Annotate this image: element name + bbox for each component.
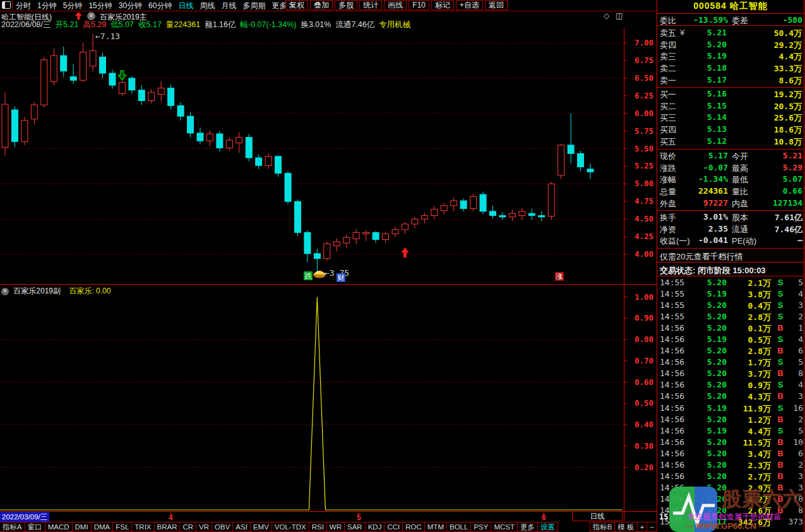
- watermark: 股票六六 专注股票创造属于您的财富 --- WWW.GP66.CN ---: [666, 485, 805, 532]
- period-tab-15分钟[interactable]: 15分钟: [88, 1, 112, 11]
- info-item: 额1.16亿: [205, 20, 236, 29]
- fundamental-stats: 换手3.01%股本7.61亿净资2.35流通7.46亿收益(一)-0.041PE…: [657, 211, 804, 247]
- toolbar-button-标记[interactable]: 标记: [431, 0, 454, 10]
- info-item: 低5.07: [110, 20, 134, 29]
- indicator-tab-CCI[interactable]: CCI: [384, 522, 403, 532]
- svg-text:4.25: 4.25: [635, 232, 653, 241]
- svg-text:7.00: 7.00: [635, 38, 653, 47]
- indicator-tab-BRAR[interactable]: BRAR: [154, 522, 181, 532]
- indicator-tab-RSI[interactable]: RSI: [309, 522, 327, 532]
- svg-text:5.00: 5.00: [635, 179, 653, 188]
- tick-row: 14:555.200.4万S3: [657, 300, 804, 311]
- indicator-tab-DMA[interactable]: DMA: [91, 522, 114, 532]
- info-item: 换3.01%: [301, 20, 331, 29]
- toolbar-button-复权[interactable]: 复权: [285, 0, 308, 10]
- indicator-tab-VR[interactable]: VR: [196, 522, 212, 532]
- trading-terminal: 4.004.254.504.755.005.255.505.756.006.25…: [0, 0, 805, 532]
- indicator-tab-VOL-TDX[interactable]: VOL-TDX: [271, 522, 309, 532]
- tick-row: 14:565.204.3万B3: [657, 391, 804, 402]
- stock-code-name[interactable]: 000584 哈工智能: [657, 1, 804, 12]
- period-tab-周线[interactable]: 周线: [200, 1, 215, 11]
- period-tab-60分钟[interactable]: 60分钟: [148, 1, 172, 11]
- toolbar-button-画线[interactable]: 画线: [384, 0, 407, 10]
- month-tick-label: 4: [169, 513, 173, 522]
- chart-badge-涨: 涨: [555, 272, 564, 281]
- toolbar-button-统计[interactable]: 统计: [359, 0, 382, 10]
- panel-toggle-icon[interactable]: [2, 1, 11, 9]
- indicator-tab-KDJ[interactable]: KDJ: [365, 522, 385, 532]
- indicator-tab-模 板[interactable]: 模 板: [614, 522, 637, 532]
- period-indicator-box[interactable]: 日线: [572, 511, 623, 521]
- chart-badge-财: 财: [337, 273, 345, 282]
- svg-text:0.90: 0.90: [635, 313, 653, 322]
- stat-row: 收益(一)-0.041PE(动)—: [657, 235, 804, 247]
- watermark-url: --- WWW.GP66.CN ---: [686, 521, 767, 531]
- ohlc-infobar: 2022/06/08/三开5.21高5.29低5.07收5.17量224361额…: [1, 20, 655, 28]
- toolbar-button-F10[interactable]: F10: [408, 0, 429, 10]
- buy-level-row: 买一5.1619.2万: [657, 88, 804, 100]
- tick-row: 14:565.201.2万B2: [657, 414, 804, 425]
- tick-row: 14:555.193.8万S4: [657, 288, 804, 300]
- sub-indicator-value: 百家乐: 0.00: [69, 287, 110, 295]
- indicator-tab-−[interactable]: −: [647, 522, 657, 532]
- chart-badge-跌: 跌: [304, 271, 313, 280]
- collapse-icon[interactable]: ∨: [1, 288, 9, 295]
- sub-indicator-name: 百家乐2019副: [13, 287, 61, 295]
- info-item: 高5.29: [83, 20, 106, 29]
- period-tab-多周期[interactable]: 多周期: [242, 1, 265, 11]
- split-window-icon[interactable]: ◫: [616, 11, 623, 20]
- indicator-tab-+[interactable]: +: [637, 522, 648, 532]
- svg-text:0.60: 0.60: [635, 377, 653, 387]
- indicator-tab-MACD[interactable]: MACD: [45, 522, 73, 532]
- indicator-tab-TRIX[interactable]: TRIX: [131, 522, 154, 532]
- sell-level-row: 卖五¥5.2150.4万: [657, 27, 804, 39]
- svg-text:4.00: 4.00: [635, 249, 653, 259]
- up-arrow-icon: [75, 12, 82, 20]
- toolbar-button-叠加[interactable]: 叠加: [310, 0, 333, 10]
- quote-stats: 现价5.17今开5.21涨跌-0.07最高5.29涨幅-1.34%最低5.07总…: [657, 150, 804, 209]
- indicator-tabbar: 指标A窗口MACDDMIDMAFSLTRIXBRARCRVROBVASIEMVV…: [0, 522, 657, 532]
- tick-row: 14:565.1911.9万S16: [657, 403, 804, 414]
- svg-text:0.80: 0.80: [635, 334, 653, 344]
- toolbar-button-多股[interactable]: 多股: [335, 0, 357, 10]
- stat-row: 涨幅-1.34%最低5.07: [657, 174, 804, 186]
- indicator-tab-BOLL[interactable]: BOLL: [446, 522, 471, 532]
- indicator-tab-窗口[interactable]: 窗口: [25, 522, 45, 532]
- stat-row: 涨跌-0.07最高5.29: [657, 162, 804, 174]
- period-tab-日线[interactable]: 日线: [178, 1, 193, 11]
- period-tab-月线[interactable]: 月线: [221, 1, 236, 11]
- svg-text:5.25: 5.25: [635, 161, 653, 170]
- indicator-tab-DMI[interactable]: DMI: [72, 522, 92, 532]
- tick-row: 14:555.202.8万S2: [657, 311, 804, 322]
- indicator-tab-OBV[interactable]: OBV: [212, 522, 233, 532]
- period-tab-30分钟[interactable]: 30分钟: [119, 1, 142, 11]
- indicator-tab-更多[interactable]: 更多: [517, 522, 538, 532]
- indicator-tab-PSY[interactable]: PSY: [470, 522, 491, 532]
- toolbar-button-返回[interactable]: 返回: [485, 0, 508, 10]
- tick-row: 14:565.203.7万B8: [657, 368, 804, 379]
- month-tick-label: 6: [542, 513, 546, 522]
- indicator-tab-CR[interactable]: CR: [179, 522, 196, 532]
- indicator-tab-ASI[interactable]: ASI: [232, 522, 251, 532]
- indicator-tab-设置[interactable]: 设置: [537, 522, 558, 532]
- indicator-tab-EMV[interactable]: EMV: [250, 522, 272, 532]
- toolbar-buttons: 复权叠加多股统计画线F10标记+自选返回: [283, 0, 508, 10]
- tick-row: 14:565.202.8万B6: [657, 345, 804, 357]
- svg-text:0.20: 0.20: [635, 463, 653, 472]
- diamond-icon[interactable]: ◇: [604, 11, 609, 20]
- stat-row: 总量224361量比0.66: [657, 186, 804, 198]
- indicator-tab-MTM[interactable]: MTM: [424, 522, 447, 532]
- indicator-tab-SAR[interactable]: SAR: [344, 522, 366, 532]
- period-tab-分时[interactable]: 分时: [16, 1, 31, 11]
- indicator-tab-WR[interactable]: WR: [326, 522, 345, 532]
- period-tab-1分钟[interactable]: 1分钟: [37, 1, 57, 11]
- indicator-tab-FSL[interactable]: FSL: [112, 522, 132, 532]
- indicator-tab-指标A[interactable]: 指标A: [0, 522, 25, 532]
- indicator-tab-MCST[interactable]: MCST: [491, 522, 518, 532]
- level2-promo-link[interactable]: 仅需20元查看千档行情: [660, 251, 742, 263]
- tick-row: 14:565.194.4万S5: [657, 425, 804, 437]
- period-tab-5分钟[interactable]: 5分钟: [63, 1, 83, 11]
- indicator-tab-ROC[interactable]: ROC: [402, 522, 425, 532]
- indicator-tab-指标B[interactable]: 指标B: [590, 522, 616, 532]
- toolbar-button-+自选[interactable]: +自选: [456, 0, 483, 10]
